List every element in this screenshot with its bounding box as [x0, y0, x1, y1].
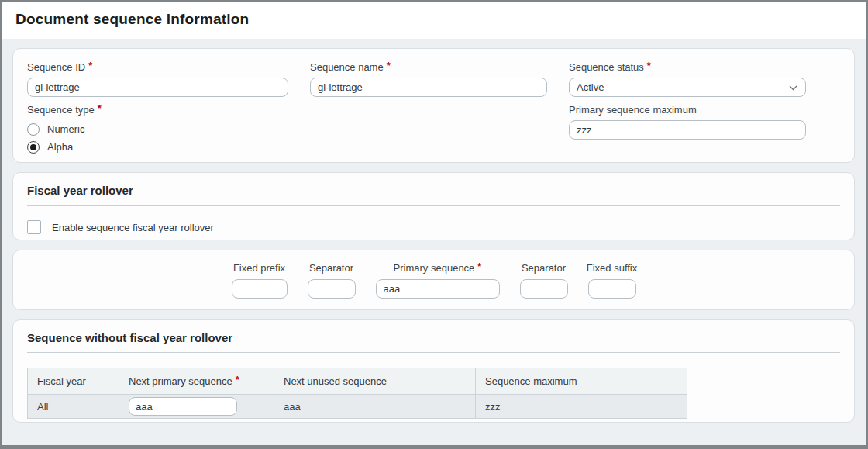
- sequence-name-input[interactable]: [310, 78, 547, 97]
- app-window: Document sequence information Sequence I…: [0, 0, 868, 449]
- fiscal-year-rollover-heading: Fiscal year rollover: [27, 184, 840, 206]
- fixed-prefix-label: Fixed prefix: [233, 262, 285, 275]
- cell-sequence-maximum: zzz: [476, 395, 687, 419]
- required-asterisk: *: [387, 60, 391, 71]
- primary-sequence-maximum-label: Primary sequence maximum: [569, 104, 806, 116]
- sequence-name-label: Sequence name*: [310, 61, 547, 74]
- radio-label-numeric: Numeric: [47, 123, 84, 135]
- sequence-status-label: Sequence status*: [569, 61, 806, 74]
- primary-sequence-field: Primary sequence*: [376, 262, 500, 299]
- table-row: All aaa zzz: [28, 395, 687, 419]
- column-header-fiscal-year: Fiscal year: [28, 368, 119, 395]
- separator-1-label: Separator: [309, 262, 353, 275]
- required-asterisk: *: [88, 60, 92, 71]
- sequence-status-select[interactable]: Active: [569, 78, 806, 97]
- required-asterisk: *: [647, 60, 651, 71]
- sequence-id-input[interactable]: [27, 78, 288, 97]
- radio-label-alpha: Alpha: [47, 141, 73, 153]
- sequence-id-label: Sequence ID*: [27, 61, 288, 74]
- sequence-type-field: Sequence type* Numeric Alpha: [27, 104, 288, 156]
- cell-fiscal-year: All: [28, 395, 119, 419]
- primary-sequence-label: Primary sequence*: [394, 262, 482, 275]
- sequence-status-field: Sequence status* Active: [569, 61, 806, 97]
- fixed-suffix-label: Fixed suffix: [587, 262, 638, 275]
- fixed-prefix-input[interactable]: [232, 279, 288, 299]
- primary-sequence-input[interactable]: [376, 279, 500, 299]
- required-asterisk: *: [98, 102, 102, 114]
- sequence-id-field: Sequence ID*: [27, 61, 288, 97]
- sequence-type-option-alpha[interactable]: Alpha: [27, 138, 288, 156]
- grid-spacer: [310, 104, 547, 156]
- table-header-row: Fiscal year Next primary sequence* Next …: [28, 368, 687, 395]
- sequence-without-rollover-panel: Sequence without fiscal year rollover Fi…: [12, 319, 855, 423]
- sequence-status-value: Active: [577, 81, 604, 93]
- sequence-type-option-numeric[interactable]: Numeric: [27, 120, 288, 138]
- column-header-next-unused-sequence: Next unused sequence: [274, 368, 476, 395]
- separator-1-field: Separator: [308, 262, 356, 299]
- cell-next-unused-sequence: aaa: [274, 395, 476, 419]
- fixed-suffix-field: Fixed suffix: [588, 262, 636, 299]
- separator-2-input[interactable]: [520, 279, 568, 299]
- sequence-table: Fiscal year Next primary sequence* Next …: [27, 368, 687, 419]
- separator-2-field: Separator: [520, 262, 568, 299]
- sequence-name-field: Sequence name*: [310, 61, 547, 97]
- column-header-sequence-maximum: Sequence maximum: [476, 368, 687, 395]
- sequence-format-panel: Fixed prefix Separator Primary sequence*…: [12, 250, 855, 310]
- chevron-down-icon: [789, 85, 797, 91]
- page-title: Document sequence information: [16, 11, 852, 28]
- next-primary-sequence-input[interactable]: [129, 397, 237, 416]
- fixed-prefix-field: Fixed prefix: [232, 262, 288, 299]
- enable-rollover-label: Enable sequence fiscal year rollover: [52, 222, 214, 233]
- page-header: Document sequence information: [2, 2, 866, 39]
- cell-next-primary-sequence: [119, 395, 274, 419]
- column-header-next-primary-sequence: Next primary sequence*: [119, 368, 274, 395]
- enable-rollover-row[interactable]: Enable sequence fiscal year rollover: [27, 220, 840, 234]
- sequence-type-label: Sequence type*: [27, 104, 288, 116]
- radio-unselected-icon[interactable]: [27, 123, 40, 136]
- required-asterisk: *: [236, 374, 239, 385]
- primary-sequence-maximum-input[interactable]: [569, 120, 806, 140]
- fiscal-year-rollover-panel: Fiscal year rollover Enable sequence fis…: [12, 172, 855, 240]
- enable-rollover-checkbox[interactable]: [27, 220, 41, 234]
- page-content: Sequence ID* Sequence name* Sequence sta…: [2, 39, 866, 445]
- sequence-info-panel: Sequence ID* Sequence name* Sequence sta…: [12, 48, 855, 163]
- sequence-without-rollover-heading: Sequence without fiscal year rollover: [27, 331, 840, 353]
- required-asterisk: *: [477, 261, 481, 272]
- separator-2-label: Separator: [522, 262, 566, 275]
- primary-sequence-maximum-field: Primary sequence maximum: [569, 104, 806, 156]
- fixed-suffix-input[interactable]: [588, 279, 636, 299]
- radio-selected-icon[interactable]: [27, 141, 40, 154]
- separator-1-input[interactable]: [308, 279, 356, 299]
